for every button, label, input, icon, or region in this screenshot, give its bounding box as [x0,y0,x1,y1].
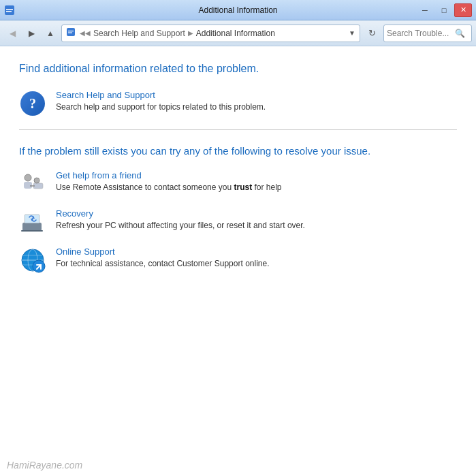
search-icon[interactable]: 🔍 [455,29,465,38]
forward-button[interactable]: ▶ [23,25,39,42]
svg-rect-8 [33,183,43,189]
breadcrumb-bar[interactable]: ◀◀ Search Help and Support ▶ Additional … [61,25,360,42]
friend-item: Get help from a friend Use Remote Assist… [19,170,457,197]
breadcrumb-item-0[interactable]: Search Help and Support [93,29,185,38]
title-bar-controls: ─ □ ✕ [416,3,472,17]
svg-rect-2 [6,11,12,12]
svg-rect-1 [6,9,13,10]
svg-rect-3 [67,28,75,36]
breadcrumb-arrow-1: ▶ [188,29,193,37]
svg-rect-5 [68,33,72,33]
svg-rect-11 [22,223,42,231]
window-icon [4,5,15,16]
svg-rect-16 [21,230,43,232]
trust-highlight: trust [234,183,252,192]
search-help-link[interactable]: Search Help and Support [56,90,457,100]
breadcrumb-separator-0: ◀◀ [80,29,91,37]
content-area: Find additional information related to t… [0,46,476,476]
bottom-section: If the problem still exists you can try … [19,145,457,274]
svg-rect-7 [24,182,32,189]
title-bar: Additional Information ─ □ ✕ [0,0,476,20]
search-help-text: Search Help and Support Search help and … [56,90,457,113]
friend-desc: Use Remote Assistance to contact someone… [56,183,282,192]
close-button[interactable]: ✕ [454,3,472,17]
search-help-item: ? Search Help and Support Search help an… [19,90,457,117]
recovery-desc: Refresh your PC without affecting your f… [56,221,305,230]
minimize-button[interactable]: ─ [416,3,434,17]
svg-point-6 [25,174,31,181]
recovery-item: Recovery Refresh your PC without affecti… [19,208,457,236]
title-bar-left [4,5,15,16]
online-icon [19,247,46,274]
recovery-icon [19,208,46,236]
search-input[interactable] [387,29,455,38]
refresh-button[interactable]: ↻ [363,25,381,42]
svg-rect-0 [5,5,14,15]
breadcrumb-icon [66,27,76,39]
svg-point-9 [34,178,39,183]
address-bar: ◀ ▶ ▲ ◀◀ Search Help and Support ▶ Addit… [0,20,476,46]
online-item: Online Support For technical assistance,… [19,247,457,274]
maximize-button[interactable]: □ [435,3,453,17]
breadcrumb-current: Additional Information [196,29,275,38]
recovery-text: Recovery Refresh your PC without affecti… [56,208,457,232]
online-link[interactable]: Online Support [56,247,457,257]
question-icon: ? [19,90,46,117]
search-box[interactable]: 🔍 [383,25,472,42]
section-divider [19,129,457,130]
recovery-icon-svg [20,209,46,235]
recovery-link[interactable]: Recovery [56,208,457,219]
svg-rect-4 [68,31,74,31]
top-section: Find additional information related to t… [19,63,457,117]
friend-text: Get help from a friend Use Remote Assist… [56,170,457,193]
friend-icon-svg [20,171,46,197]
help-icon-shape: ? [20,91,45,116]
up-button[interactable]: ▲ [42,25,59,42]
online-icon-svg [20,247,46,273]
friend-link[interactable]: Get help from a friend [56,170,457,180]
main-heading: Find additional information related to t… [19,63,457,75]
back-button[interactable]: ◀ [4,25,20,42]
window-title: Additional Information [198,5,277,15]
friend-icon [19,170,46,197]
online-desc: For technical assistance, contact Custom… [56,259,270,268]
search-help-desc: Search help and support for topics relat… [56,102,266,112]
bottom-heading: If the problem still exists you can try … [19,145,457,157]
online-text: Online Support For technical assistance,… [56,247,457,270]
breadcrumb-dropdown[interactable]: ▼ [349,29,355,37]
